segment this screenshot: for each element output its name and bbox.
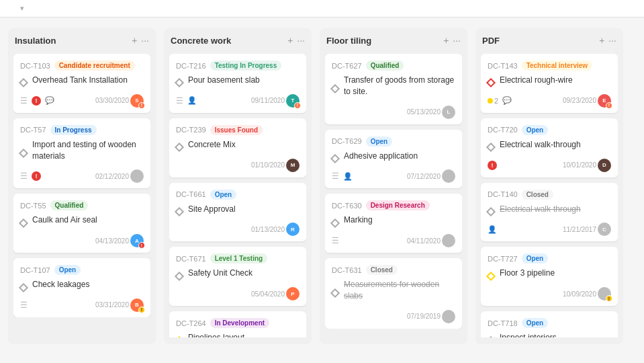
card-title: Pipelines layout (188, 332, 244, 337)
card-priority-icon (486, 272, 496, 281)
card[interactable]: DC-T107OpenCheck leakages☰03/31/2020B! (13, 258, 150, 317)
card[interactable]: DC-T140ClosedElectrical walk-through👤11/… (481, 183, 618, 242)
column-title: Concrete work (171, 36, 231, 46)
card[interactable]: DC-T55QualifiedCaulk and Air seal04/13/2… (13, 194, 150, 253)
status-dot: ! (294, 102, 301, 109)
card-date: 09/11/2020 (251, 97, 285, 104)
card[interactable]: DC-T57In ProgressImport and testing of w… (13, 118, 150, 189)
card-right: 01/10/2020M (251, 159, 300, 172)
card-right: 09/11/2020T! (251, 94, 300, 108)
card-date: 02/12/2020 (95, 173, 129, 180)
card-footer: 01/10/2020M (176, 159, 300, 172)
card-top-row: DC-T627Qualified (332, 61, 455, 71)
card[interactable]: DC-T239Issues FoundConcrete Mix01/10/202… (169, 118, 306, 177)
card[interactable]: DC-T630Design ResearchMarking☰04/11/2020 (325, 194, 462, 253)
alert-icon: ! (488, 161, 497, 170)
card-title-row: Measurements for wooden slabs (332, 279, 455, 307)
status-dot: ! (606, 295, 612, 302)
card[interactable]: DC-T727OpenFloor 3 pipeline10/09/2020! (481, 247, 618, 306)
card-right: 04/11/2020 (407, 234, 455, 247)
add-card-button[interactable]: + (599, 35, 604, 46)
card-right: 02/12/2020 (95, 169, 144, 183)
card-meta: ! (488, 161, 497, 170)
card-top-row: DC-T720Open (488, 125, 611, 135)
card-priority-icon (330, 154, 340, 163)
more-options-button[interactable]: ··· (141, 35, 149, 46)
card-title-row: Caulk and Air seal (20, 214, 144, 231)
card-top-row: DC-T57In Progress (20, 125, 144, 135)
card[interactable]: DC-T627QualifiedTransfer of goods from s… (325, 54, 462, 124)
card-top-row: DC-T671Level 1 Testing (176, 253, 300, 264)
card-priority-icon (175, 143, 184, 152)
card-date: 11/21/2017 (563, 226, 596, 233)
card-status-badge: Qualified (50, 200, 89, 210)
dropdown-icon[interactable]: ▾ (20, 4, 24, 13)
card-date: 10/01/2020 (563, 161, 596, 169)
avatar: P (286, 287, 300, 300)
card-date: 03/31/2020 (95, 301, 129, 309)
card[interactable]: DC-T720OpenElectrical walk-through!10/01… (481, 118, 618, 177)
avatar (442, 234, 455, 247)
card-date: 10/09/2020 (563, 290, 596, 298)
list-icon: ☰ (332, 171, 339, 181)
card-title: Import and testing of wooden materials (32, 139, 144, 162)
card-title: Transfer of goods from storage to site. (344, 75, 455, 97)
card-status-badge: Design Research (366, 200, 430, 210)
card-title-row: Electrical rough-wire (488, 75, 611, 91)
card-meta: ☰👤 (332, 171, 353, 181)
card[interactable]: DC-T629OpenAdhesive application☰👤07/12/2… (325, 130, 462, 189)
card-title: Inspect interiors (500, 332, 557, 337)
card-id: DC-T57 (20, 126, 46, 134)
card-date: 04/13/2020 (95, 237, 129, 245)
cards-list: DC-T143Technical interviewElectrical rou… (481, 54, 618, 337)
chat-icon: 💬 (45, 96, 54, 105)
column-title: PDF (482, 36, 500, 46)
card-top-row: DC-T107Open (20, 265, 144, 275)
more-options-button[interactable]: ··· (453, 35, 461, 46)
card[interactable]: DC-T143Technical interviewElectrical rou… (481, 54, 618, 113)
card-title: Electrical walk-through (500, 139, 581, 151)
card-priority-icon (175, 78, 184, 87)
card-meta: ☰ (20, 300, 28, 310)
card-status-badge: Open (366, 136, 393, 147)
card-footer: 05/13/2020L (332, 106, 455, 119)
avatar: R (286, 223, 300, 236)
card-top-row: DC-T216Testing In Progress (176, 61, 300, 71)
card-status-badge: Open (522, 318, 549, 328)
card[interactable]: DC-T264In DevelopmentPipelines layout☰09… (169, 311, 306, 337)
card[interactable]: DC-T671Level 1 TestingSafety Unit Check0… (169, 247, 306, 306)
card[interactable]: DC-T216Testing In ProgressPour basement … (169, 54, 306, 113)
alert-icon: ! (32, 96, 41, 106)
avatar (442, 169, 455, 183)
card[interactable]: DC-T661OpenSite Approval01/13/2020R (169, 183, 306, 242)
avatar: E! (598, 94, 611, 108)
card-id: DC-T140 (488, 190, 518, 198)
card[interactable]: DC-T718OpenInspect interiors!09/11/2020F (481, 311, 618, 337)
card-top-row: DC-T718Open (488, 318, 611, 328)
card-meta: ☰!💬 (20, 96, 54, 106)
card-footer: 👤11/21/2017C (488, 223, 611, 236)
more-options-button[interactable]: ··· (608, 35, 616, 46)
card-title-row: Pour basement slab (176, 75, 300, 91)
card-meta: ☰! (20, 171, 41, 181)
card-status-badge: In Development (210, 318, 269, 328)
status-dot: ! (138, 242, 145, 249)
card[interactable]: DC-T103Candidate recruitmentOverhead Tan… (13, 54, 150, 113)
card-footer: 01/13/2020R (176, 223, 300, 236)
add-card-button[interactable]: + (287, 35, 293, 46)
add-card-button[interactable]: + (132, 35, 137, 46)
card-meta: ☰ (332, 236, 339, 245)
card-title: Floor 3 pipeline (500, 268, 555, 279)
avatar: S! (130, 94, 144, 108)
avatar: ! (598, 287, 611, 300)
card-right: 03/30/2020S! (95, 94, 144, 108)
card-status-badge: Technical interview (522, 61, 593, 71)
more-options-button[interactable]: ··· (297, 35, 305, 46)
card[interactable]: DC-T631ClosedMeasurements for wooden sla… (325, 258, 462, 329)
card-right: 10/01/2020D (563, 159, 611, 172)
user-icon: 👤 (187, 96, 197, 105)
column-actions: +··· (443, 35, 461, 46)
status-dot: ! (606, 102, 612, 109)
add-card-button[interactable]: + (443, 35, 449, 46)
cards-list: DC-T627QualifiedTransfer of goods from s… (325, 54, 462, 329)
